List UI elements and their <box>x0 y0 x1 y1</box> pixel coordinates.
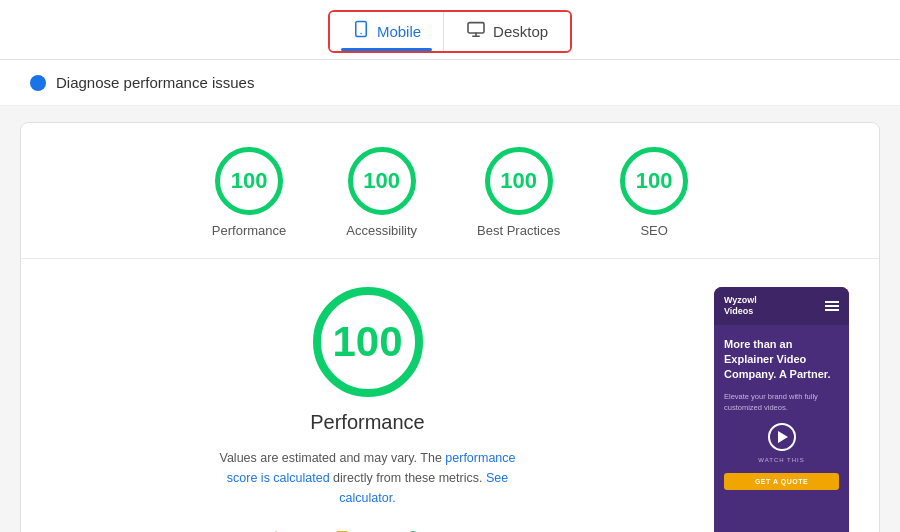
score-value-accessibility: 100 <box>363 168 400 194</box>
section-dot-icon <box>30 75 46 91</box>
score-circle-best-practices: 100 <box>485 147 553 215</box>
play-icon <box>778 431 788 443</box>
section-header: Diagnose performance issues <box>0 60 900 106</box>
tab-mobile-label: Mobile <box>377 23 421 40</box>
score-label-best-practices: Best Practices <box>477 223 560 238</box>
svg-rect-2 <box>468 23 484 33</box>
tab-mobile[interactable]: Mobile <box>330 12 443 51</box>
tab-group: Mobile Desktop <box>328 10 572 53</box>
hamburger-icon <box>825 301 839 311</box>
detail-perf-label: Performance <box>310 411 425 434</box>
score-value-best-practices: 100 <box>500 168 537 194</box>
detail-left: 100 Performance Values are estimated and… <box>51 287 684 532</box>
score-accessibility: 100 Accessibility <box>346 147 417 238</box>
desc-text-2: directly from these metrics. <box>330 471 486 485</box>
score-label-performance: Performance <box>212 223 286 238</box>
detail-description: Values are estimated and may vary. The p… <box>203 448 533 508</box>
score-circle-performance: 100 <box>215 147 283 215</box>
score-label-seo: SEO <box>640 223 667 238</box>
desc-text-1: Values are estimated and may vary. The <box>220 451 446 465</box>
score-row: 100 Performance 100 Accessibility 100 Be… <box>21 147 879 259</box>
score-value-performance: 100 <box>231 168 268 194</box>
score-performance: 100 Performance <box>212 147 286 238</box>
preview-heading: More than an Explainer Video Company. A … <box>724 337 839 383</box>
desktop-icon <box>466 21 486 42</box>
tab-bar: Mobile Desktop <box>0 0 900 60</box>
big-score-value: 100 <box>332 318 402 366</box>
score-circle-seo: 100 <box>620 147 688 215</box>
score-value-seo: 100 <box>636 168 673 194</box>
main-card: 100 Performance 100 Accessibility 100 Be… <box>20 122 880 532</box>
preview-subtext: Elevate your brand with fully customized… <box>724 391 839 414</box>
section-title: Diagnose performance issues <box>56 74 254 91</box>
preview-logo: Wyzowl Videos <box>724 295 757 317</box>
score-label-accessibility: Accessibility <box>346 223 417 238</box>
big-score-circle: 100 <box>313 287 423 397</box>
score-seo: 100 SEO <box>620 147 688 238</box>
tab-desktop-label: Desktop <box>493 23 548 40</box>
tab-desktop[interactable]: Desktop <box>444 12 570 51</box>
preview-watch-label: WATCH THIS <box>724 457 839 463</box>
play-button <box>768 423 796 451</box>
score-best-practices: 100 Best Practices <box>477 147 560 238</box>
detail-section: 100 Performance Values are estimated and… <box>21 259 879 532</box>
preview-content: More than an Explainer Video Company. A … <box>714 325 849 532</box>
score-circle-accessibility: 100 <box>348 147 416 215</box>
preview-cta-button[interactable]: GET A QUOTE <box>724 473 839 490</box>
preview-header: Wyzowl Videos <box>714 287 849 325</box>
preview-card: Wyzowl Videos More than an Explainer Vid… <box>714 287 849 532</box>
mobile-icon <box>352 20 370 43</box>
